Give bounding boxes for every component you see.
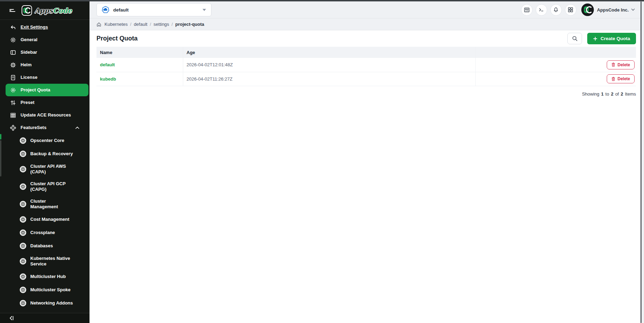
kubernetes-wheel-icon (20, 300, 26, 307)
sidebar-featureset-label: Opscenter Core (30, 138, 64, 143)
terminal-button[interactable] (536, 4, 547, 16)
sidebar-scrollbar-thumb[interactable] (0, 140, 1, 176)
pagination-to: 2 (611, 91, 613, 97)
appscode-logo[interactable]: AppsCode (22, 5, 72, 16)
sidebar-featureset-item[interactable]: Databases (6, 239, 88, 253)
sidebar-layout-icon (10, 50, 16, 55)
sidebar-featureset-item[interactable]: Cluster Management (6, 195, 88, 213)
sidebar-item-update-ace-resources[interactable]: Update ACE Resources (6, 109, 88, 121)
delete-label: Delete (618, 76, 630, 81)
pagination-text: Showing (582, 91, 599, 97)
breadcrumb-link-default[interactable]: default (134, 22, 147, 27)
sidebar-featureset-label: Multicluster Hub (30, 274, 66, 279)
collapse-sidebar-icon[interactable] (9, 315, 15, 321)
sidebar-item-label: Preset (21, 100, 34, 105)
quota-gear-icon (10, 87, 16, 93)
quota-link-kubedb[interactable]: kubedb (100, 76, 116, 82)
sidebar-featureset-item[interactable]: Backup & Recovery (6, 147, 88, 160)
sidebar-item-label: Project Quota (21, 87, 50, 93)
kubernetes-wheel-icon (20, 201, 26, 208)
account-avatar[interactable] (581, 3, 594, 16)
sidebar-item-featuresets[interactable]: FeatureSets (6, 121, 88, 134)
page-title: Project Quota (96, 35, 138, 42)
sidebar-featureset-item[interactable]: Networking Addons (6, 296, 88, 310)
account-name[interactable]: AppsCode Inc. (597, 7, 629, 13)
sidebar-featureset-item[interactable]: Cluster API AWS (CAPA) (6, 160, 88, 178)
page-header: Project Quota Create Quota (96, 30, 636, 47)
quota-table: Name Age default 2026-04-02T12:01:48Z (96, 47, 636, 86)
helm-wheel-icon (10, 62, 16, 68)
delete-button[interactable]: Delete (607, 74, 635, 83)
breadcrumb-separator: / (172, 22, 173, 27)
cluster-selector[interactable]: default (96, 3, 211, 16)
page-scrollbar-thumb[interactable] (641, 1, 642, 323)
chevron-down-icon[interactable] (631, 8, 635, 11)
kubernetes-wheel-icon (20, 258, 26, 265)
page-scrollbar[interactable] (640, 1, 644, 323)
sidebar-scrollbar[interactable] (0, 134, 1, 176)
sidebar-featureset-item[interactable]: Opscenter Core (6, 134, 88, 147)
sidebar-featureset-item[interactable]: Multicluster Spoke (6, 283, 88, 296)
sidebar-item-label: FeatureSets (21, 125, 46, 130)
sidebar-featureset-label: Networking Addons (30, 300, 73, 306)
cluster-selector-value: default (113, 7, 129, 13)
kubernetes-wheel-icon (20, 286, 26, 293)
breadcrumb-link-settings[interactable]: settings (154, 22, 169, 27)
quota-age: 2026-04-02T11:26:27Z (187, 76, 233, 82)
quota-link-default[interactable]: default (100, 62, 115, 67)
pagination-from: 1 (601, 91, 604, 97)
pagination-text: Items (625, 91, 636, 97)
create-quota-button[interactable]: Create Quota (587, 33, 636, 44)
apps-grid-button[interactable] (565, 4, 576, 16)
kubernetes-wheel-icon (20, 229, 26, 236)
breadcrumb: Kubernetes / default / settings / projec… (90, 18, 644, 30)
sidebar-footer (0, 313, 90, 323)
sidebar-featureset-item[interactable]: Cluster API GCP (CAPG) (6, 178, 88, 195)
kubernetes-wheel-icon (20, 273, 26, 280)
chevron-up-icon[interactable] (75, 126, 79, 129)
sidebar-item-exit-settings[interactable]: Exit Settings (6, 21, 88, 33)
sidebar-featureset-item[interactable]: Observability (6, 310, 88, 313)
sidebar-item-sidebar[interactable]: Sidebar (6, 46, 88, 59)
delete-button[interactable]: Delete (607, 60, 635, 69)
sidebar-scrollbar-indicator (0, 134, 1, 140)
sidebar-item-label: General (21, 37, 37, 43)
breadcrumb-separator: / (130, 22, 132, 27)
kubernetes-wheel-icon (20, 137, 26, 144)
kubernetes-wheel-icon (20, 183, 26, 190)
page-actions: Create Quota (567, 33, 636, 44)
preset-sliders-icon (10, 100, 16, 106)
sidebar-item-license[interactable]: License (6, 71, 88, 84)
breadcrumb-link-kubernetes[interactable]: Kubernetes (104, 22, 128, 27)
license-doc-icon (10, 75, 16, 81)
table-row: kubedb 2026-04-02T11:26:27Z Delete (96, 72, 636, 86)
sidebar-item-general[interactable]: General (6, 33, 88, 46)
content-panel: Project Quota Create Quota (90, 30, 644, 323)
sidebar-nav: Exit Settings General Sidebar Helm (0, 20, 90, 313)
pagination-text: of (615, 91, 619, 97)
sidebar-item-preset[interactable]: Preset (6, 96, 88, 109)
topbar: default (90, 1, 644, 18)
sidebar-featureset-label: Multicluster Spoke (30, 287, 71, 293)
resources-grid-icon (10, 112, 16, 118)
search-button[interactable] (567, 33, 582, 44)
breadcrumb-current: project-quota (175, 22, 204, 27)
home-icon[interactable] (96, 22, 101, 27)
sidebar-featureset-item[interactable]: Kubernetes Native Service (6, 253, 88, 270)
sidebar-featureset-item[interactable]: Multicluster Hub (6, 270, 88, 283)
breadcrumb-separator: / (150, 22, 151, 27)
search-icon (572, 36, 578, 42)
main-area: default (90, 1, 644, 323)
column-header-name: Name (96, 47, 183, 58)
sidebar-featureset-item[interactable]: Cost Management (6, 213, 88, 226)
pagination-text: to (605, 91, 609, 97)
bell-icon[interactable] (550, 4, 562, 16)
sidebar-item-project-quota[interactable]: Project Quota (6, 84, 88, 96)
quota-age: 2026-04-02T12:01:48Z (187, 62, 233, 67)
news-button[interactable] (521, 4, 533, 16)
sidebar-featureset-item[interactable]: Crossplane (6, 226, 88, 239)
menu-icon[interactable] (9, 8, 16, 13)
sidebar-featureset-label: Cluster API GCP (CAPG) (30, 181, 65, 192)
sidebar-item-helm[interactable]: Helm (6, 59, 88, 71)
brand-wordmark: AppsCode (34, 7, 72, 14)
